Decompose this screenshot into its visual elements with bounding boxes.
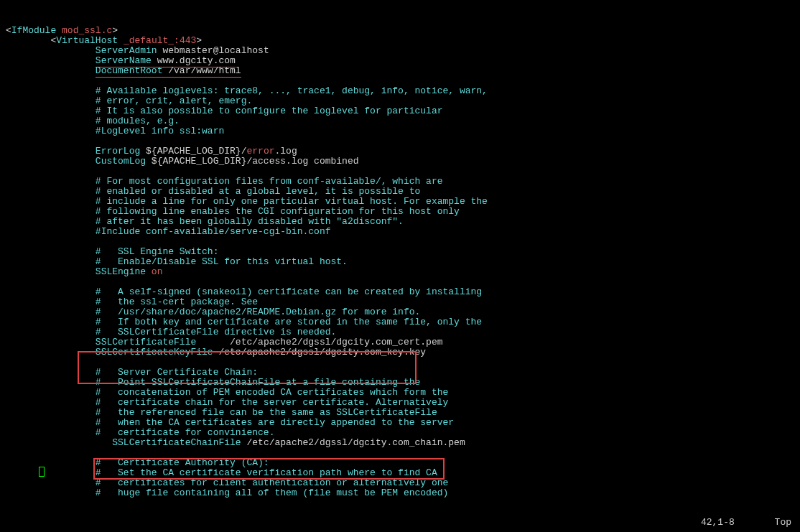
code-line: # A self-signed (snakeoil) certificate c…	[6, 287, 800, 297]
code-line: # the referenced file can be the same as…	[6, 408, 800, 418]
code-line: # SSL Engine Switch:	[6, 247, 800, 257]
vim-statusbar: 42,1-8 Top	[701, 518, 791, 528]
code-line: <IfModule mod_ssl.c>	[6, 26, 800, 36]
code-editor[interactable]: <IfModule mod_ssl.c> <VirtualHost _defau…	[0, 0, 800, 532]
code-line: # certificate for convinience.	[6, 428, 800, 438]
code-line: <VirtualHost _default_:443>	[6, 36, 800, 46]
code-line: ServerAdmin webmaster@localhost	[6, 46, 800, 56]
code-line: # Point SSLCertificateChainFile at a fil…	[6, 378, 800, 388]
code-line: # enabled or disabled at a global level,…	[6, 187, 800, 197]
code-line: # after it has been globally disabled wi…	[6, 217, 800, 227]
code-line: ServerName www.dgcity.com	[6, 56, 800, 66]
code-line: # certificates for client authentication…	[6, 478, 800, 488]
code-line	[6, 136, 800, 146]
code-line: DocumentRoot /var/www/html	[6, 66, 800, 76]
code-line: #LogLevel info ssl:warn	[6, 126, 800, 136]
code-line: # For most configuration files from conf…	[6, 177, 800, 187]
code-line: # concatenation of PEM encoded CA certif…	[6, 388, 800, 398]
code-line	[6, 167, 800, 177]
code-line: # Enable/Disable SSL for this virtual ho…	[6, 257, 800, 267]
code-line: SSLCertificateChainFile /etc/apache2/dgs…	[6, 438, 800, 448]
code-line: # Available loglevels: trace8, ..., trac…	[6, 86, 800, 96]
cursor	[39, 467, 45, 477]
code-line: # modules, e.g.	[6, 116, 800, 126]
scroll-position: Top	[775, 517, 791, 528]
code-line: # following line enables the CGI configu…	[6, 207, 800, 217]
code-line: # Server Certificate Chain:	[6, 368, 800, 378]
code-content: <IfModule mod_ssl.c> <VirtualHost _defau…	[6, 26, 800, 498]
code-line: # the ssl-cert package. See	[6, 297, 800, 307]
code-line: # Set the CA certificate verification pa…	[6, 468, 800, 478]
code-line: ErrorLog ${APACHE_LOG_DIR}/error.log	[6, 146, 800, 157]
code-line: SSLEngine on	[6, 267, 800, 277]
code-line: SSLCertificateKeyFile /etc/apache2/dgssl…	[6, 347, 800, 358]
code-line	[6, 448, 800, 458]
code-line: # Certificate Authority (CA):	[6, 458, 800, 468]
code-line: # If both key and certificate are stored…	[6, 317, 800, 327]
code-line: SSLCertificateFile /etc/apache2/dgssl/dg…	[6, 337, 800, 347]
code-line: #Include conf-available/serve-cgi-bin.co…	[6, 227, 800, 237]
cursor-position: 42,1-8	[701, 517, 735, 528]
code-line	[6, 277, 800, 287]
code-line: # error, crit, alert, emerg.	[6, 96, 800, 106]
code-line: # huge file containing all of them (file…	[6, 488, 800, 498]
code-line: # /usr/share/doc/apache2/README.Debian.g…	[6, 307, 800, 317]
code-line: # include a line for only one particular…	[6, 197, 800, 207]
code-line	[6, 237, 800, 247]
code-line: # certificate chain for the server certi…	[6, 398, 800, 408]
code-line: CustomLog ${APACHE_LOG_DIR}/access.log c…	[6, 157, 800, 167]
code-line: # when the CA certificates are directly …	[6, 418, 800, 428]
code-line	[6, 358, 800, 368]
code-line: # It is also possible to configure the l…	[6, 106, 800, 116]
code-line: # SSLCertificateFile directive is needed…	[6, 327, 800, 337]
code-line	[6, 76, 800, 86]
